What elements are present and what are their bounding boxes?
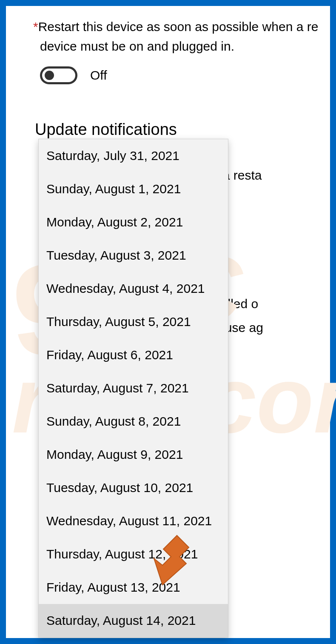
dropdown-item[interactable]: Sunday, August 1, 2021 — [39, 172, 228, 206]
dropdown-item[interactable]: Thursday, August 12, 2021 — [39, 538, 228, 571]
restart-toggle-label: Off — [90, 66, 107, 84]
dropdown-item[interactable]: Friday, August 13, 2021 — [39, 571, 228, 604]
dropdown-item[interactable]: Wednesday, August 11, 2021 — [39, 504, 228, 538]
window-frame: 9 PC risk.com *Restart this device as so… — [0, 0, 336, 644]
dropdown-item[interactable]: Friday, August 6, 2021 — [39, 338, 228, 372]
dropdown-item[interactable]: Saturday, August 7, 2021 — [39, 372, 228, 405]
required-asterisk: * — [33, 20, 38, 34]
dropdown-item[interactable]: Thursday, August 5, 2021 — [39, 305, 228, 338]
restart-toggle[interactable] — [40, 66, 77, 84]
dropdown-item[interactable]: Sunday, August 8, 2021 — [39, 405, 228, 438]
dropdown-item[interactable]: Wednesday, August 4, 2021 — [39, 272, 228, 305]
dropdown-item[interactable]: Tuesday, August 10, 2021 — [39, 471, 228, 504]
restart-option-line1: *Restart this device as soon as possible… — [33, 18, 330, 36]
restart-toggle-row: Off — [33, 66, 330, 84]
dropdown-item[interactable]: Monday, August 2, 2021 — [39, 206, 228, 239]
dropdown-item-highlighted[interactable]: Saturday, August 14, 2021 — [39, 604, 228, 637]
dropdown-item[interactable]: Saturday, July 31, 2021 — [39, 139, 228, 172]
restart-text-part1: Restart this device as soon as possible … — [38, 20, 319, 34]
pause-until-dropdown[interactable]: Saturday, July 31, 2021 Sunday, August 1… — [38, 139, 228, 638]
dropdown-item[interactable]: Monday, August 9, 2021 — [39, 438, 228, 471]
update-notifications-heading: Update notifications — [33, 118, 330, 141]
restart-option-line2: device must be on and plugged in. — [33, 37, 330, 55]
dropdown-item[interactable]: Tuesday, August 3, 2021 — [39, 239, 228, 272]
toggle-knob-icon — [45, 71, 54, 80]
